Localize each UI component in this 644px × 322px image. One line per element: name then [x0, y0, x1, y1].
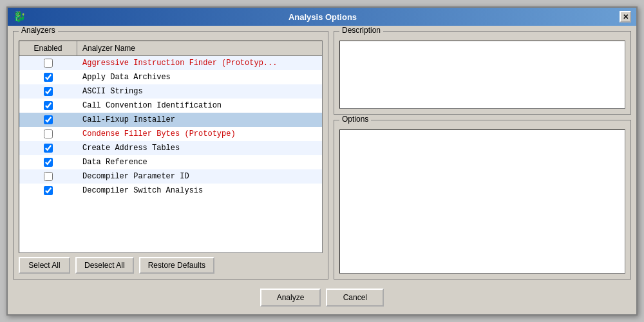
table-row[interactable]: Call Convention Identification — [19, 99, 322, 113]
table-row[interactable]: Aggressive Instruction Finder (Prototyp.… — [19, 56, 322, 70]
close-button[interactable]: ✕ — [620, 11, 631, 23]
analyzer-name: ASCII Strings — [77, 86, 322, 97]
bottom-buttons: Analyze Cancel — [13, 285, 631, 309]
checkbox-cell — [19, 157, 77, 167]
analyzer-checkbox[interactable] — [44, 158, 53, 167]
title-bar: 🐉 Analysis Options ✕ — [8, 8, 636, 26]
title-bar-left: 🐉 — [13, 10, 26, 23]
analyzer-checkbox[interactable] — [44, 59, 53, 68]
content-row: Analyzers Enabled Analyzer Name Aggressi… — [13, 31, 631, 279]
checkbox-cell — [19, 58, 77, 68]
checkbox-cell — [19, 185, 77, 196]
analyzer-checkbox[interactable] — [44, 115, 53, 124]
table-row[interactable]: Condense Filler Bytes (Prototype) — [19, 127, 322, 141]
analyzer-name: Condense Filler Bytes (Prototype) — [77, 128, 322, 140]
dialog-title: Analysis Options — [26, 12, 620, 22]
analyzer-checkbox[interactable] — [44, 129, 53, 138]
analyzer-checkbox[interactable] — [44, 87, 53, 96]
analyzer-name: Aggressive Instruction Finder (Prototyp.… — [77, 57, 322, 69]
description-content — [339, 41, 625, 109]
action-buttons: Select All Deselect All Restore Defaults — [19, 257, 323, 274]
cancel-button[interactable]: Cancel — [326, 289, 384, 307]
analyzer-checkbox[interactable] — [44, 101, 53, 110]
checkbox-cell — [19, 129, 77, 139]
analyzers-panel: Analyzers Enabled Analyzer Name Aggressi… — [13, 31, 328, 279]
analyzer-checkbox[interactable] — [44, 144, 53, 153]
table-row[interactable]: ASCII Strings — [19, 84, 322, 99]
options-panel: Options — [334, 120, 631, 279]
checkbox-cell — [19, 100, 77, 111]
checkbox-cell — [19, 86, 77, 97]
checkbox-cell — [19, 171, 77, 182]
checkbox-cell — [19, 143, 77, 153]
description-panel: Description — [334, 31, 631, 115]
table-row[interactable]: Apply Data Archives — [19, 70, 322, 84]
checkbox-cell — [19, 115, 77, 125]
col-header-enabled: Enabled — [19, 41, 77, 55]
analyzer-name: Apply Data Archives — [77, 71, 322, 83]
table-row[interactable]: Decompiler Parameter ID — [19, 169, 322, 184]
app-icon: 🐉 — [13, 10, 26, 23]
analyzers-table: Enabled Analyzer Name Aggressive Instruc… — [19, 41, 323, 253]
checkbox-cell — [19, 72, 77, 82]
analyzer-name: Decompiler Switch Analysis — [77, 185, 322, 196]
analyzer-name: Data Reference — [77, 156, 322, 168]
analyzer-checkbox[interactable] — [44, 186, 53, 195]
table-row[interactable]: Create Address Tables — [19, 141, 322, 155]
options-group-title: Options — [339, 115, 371, 124]
analyzers-group-title: Analyzers — [19, 26, 58, 35]
table-body[interactable]: Aggressive Instruction Finder (Prototyp.… — [19, 56, 322, 252]
dialog-body: Analyzers Enabled Analyzer Name Aggressi… — [8, 26, 636, 314]
analyzer-checkbox[interactable] — [44, 73, 53, 82]
analyzer-name: Call-Fixup Installer — [77, 114, 322, 126]
restore-defaults-button[interactable]: Restore Defaults — [139, 257, 214, 274]
dialog: 🐉 Analysis Options ✕ Analyzers Enabled A… — [6, 6, 638, 316]
table-row[interactable]: Decompiler Switch Analysis — [19, 184, 322, 198]
table-header: Enabled Analyzer Name — [19, 41, 322, 56]
description-group-title: Description — [339, 26, 383, 35]
analyzer-checkbox[interactable] — [44, 172, 53, 181]
table-row[interactable]: Call-Fixup Installer — [19, 113, 322, 127]
analyzer-name: Create Address Tables — [77, 142, 322, 154]
deselect-all-button[interactable]: Deselect All — [75, 257, 134, 274]
select-all-button[interactable]: Select All — [19, 257, 70, 274]
analyze-button[interactable]: Analyze — [260, 289, 321, 307]
analyzer-name: Call Convention Identification — [77, 100, 322, 111]
options-content — [339, 129, 625, 274]
right-panels: Description Options — [334, 31, 631, 279]
table-row[interactable]: Data Reference — [19, 155, 322, 169]
col-header-name: Analyzer Name — [77, 41, 322, 55]
analyzer-name: Decompiler Parameter ID — [77, 171, 322, 182]
